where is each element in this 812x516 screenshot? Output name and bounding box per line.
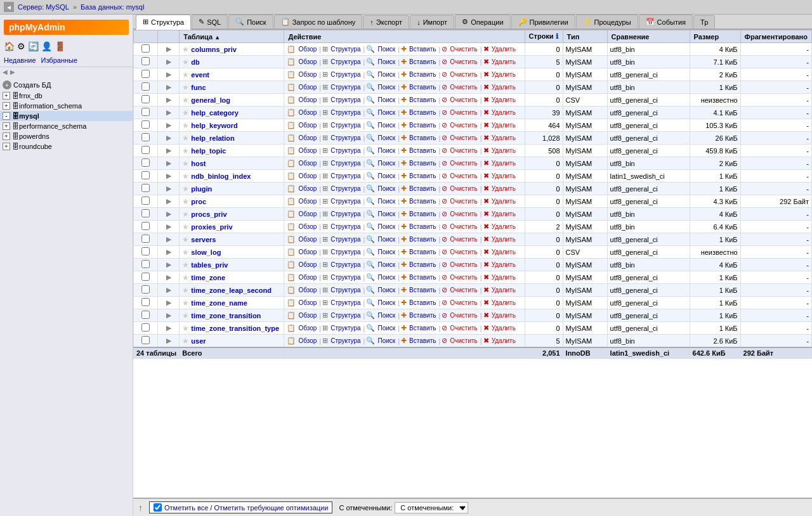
user-icon[interactable]: 👤 <box>41 41 52 51</box>
sidebar-item-performance_schema[interactable]: + 🗄 performance_schema <box>0 121 133 131</box>
expand-roundcube[interactable]: + <box>3 143 10 150</box>
structure-link-proc[interactable]: Структура <box>329 197 362 205</box>
drop-link-slow_log[interactable]: Удалить <box>490 248 517 256</box>
sidebar-item-roundcube[interactable]: + 🗄 roundcube <box>0 141 133 152</box>
table-name-link-time_zone_transition_type[interactable]: time_zone_transition_type <box>191 325 279 332</box>
browse-link-time_zone_name[interactable]: Обзор <box>297 299 318 307</box>
resize-right[interactable]: ▶ <box>10 68 15 75</box>
row-checkbox-time_zone_name[interactable] <box>141 298 150 306</box>
search-link-slow_log[interactable]: Поиск <box>376 248 396 256</box>
table-name-link-time_zone_name[interactable]: time_zone_name <box>191 299 247 307</box>
drop-link-time_zone[interactable]: Удалить <box>490 273 517 281</box>
browse-link-event[interactable]: Обзор <box>297 70 318 79</box>
fav-star-time_zone_transition_type[interactable]: ★ <box>182 324 189 333</box>
structure-link-general_log[interactable]: Структура <box>329 96 362 104</box>
insert-link-general_log[interactable]: Вставить <box>408 96 437 104</box>
insert-link-time_zone_transition_type[interactable]: Вставить <box>408 324 437 332</box>
tab-import[interactable]: ↓ Импорт <box>410 15 454 29</box>
insert-link-user[interactable]: Вставить <box>408 337 437 345</box>
row-checkbox-user[interactable] <box>141 336 150 344</box>
search-link-help_category[interactable]: Поиск <box>376 108 396 117</box>
table-name-link-db[interactable]: db <box>191 58 199 66</box>
row-checkbox-proxies_priv[interactable] <box>141 222 150 230</box>
search-link-servers[interactable]: Поиск <box>376 235 396 243</box>
col-header-table[interactable]: Таблица ▲ <box>180 30 284 43</box>
nav-back[interactable]: ◄ <box>4 2 14 12</box>
recent-link[interactable]: Недавние <box>4 56 36 64</box>
sidebar-item-mysql[interactable]: - 🗄 mysql <box>0 111 133 121</box>
search-link-time_zone_leap_second[interactable]: Поиск <box>376 286 396 294</box>
insert-link-time_zone_leap_second[interactable]: Вставить <box>408 286 437 294</box>
table-name-link-plugin[interactable]: plugin <box>191 185 212 193</box>
search-link-tables_priv[interactable]: Поиск <box>376 261 396 269</box>
browse-link-time_zone_transition[interactable]: Обзор <box>297 311 318 319</box>
drop-link-time_zone_transition[interactable]: Удалить <box>490 311 517 319</box>
tab-triggers[interactable]: Тр <box>693 15 715 29</box>
structure-link-db[interactable]: Структура <box>329 58 362 66</box>
empty-link-time_zone_leap_second[interactable]: Очистить <box>449 286 479 294</box>
empty-link-time_zone_transition[interactable]: Очистить <box>449 311 479 319</box>
table-name-link-servers[interactable]: servers <box>191 236 216 243</box>
drop-link-time_zone_name[interactable]: Удалить <box>490 299 517 307</box>
check-all-checkbox[interactable] <box>154 503 162 512</box>
drop-link-servers[interactable]: Удалить <box>490 235 517 243</box>
empty-link-tables_priv[interactable]: Очистить <box>449 261 479 269</box>
row-checkbox-general_log[interactable] <box>141 95 150 103</box>
insert-link-host[interactable]: Вставить <box>408 159 437 167</box>
tab-operations[interactable]: ⚙ Операции <box>455 15 510 29</box>
expand-performance_schema[interactable]: + <box>3 122 10 130</box>
browse-link-time_zone[interactable]: Обзор <box>297 273 318 281</box>
expand-information_schema[interactable]: + <box>3 102 10 110</box>
insert-link-db[interactable]: Вставить <box>408 58 437 66</box>
sidebar-item-information_schema[interactable]: + 🗄 information_schema <box>0 101 133 111</box>
tab-procedures[interactable]: ⚡ Процедуры <box>576 15 638 29</box>
empty-link-proxies_priv[interactable]: Очистить <box>449 223 479 231</box>
insert-link-help_category[interactable]: Вставить <box>408 108 437 117</box>
table-name-link-event[interactable]: event <box>191 71 209 79</box>
fav-star-host[interactable]: ★ <box>182 159 189 168</box>
insert-link-time_zone_name[interactable]: Вставить <box>408 299 437 307</box>
row-checkbox-help_keyword[interactable] <box>141 120 150 129</box>
row-checkbox-help_relation[interactable] <box>141 133 150 141</box>
table-name-link-general_log[interactable]: general_log <box>191 96 230 104</box>
home-icon[interactable]: 🏠 <box>4 41 15 51</box>
search-link-host[interactable]: Поиск <box>376 159 396 167</box>
table-name-link-time_zone[interactable]: time_zone <box>191 274 225 281</box>
structure-link-time_zone_name[interactable]: Структура <box>329 299 362 307</box>
fav-star-servers[interactable]: ★ <box>182 235 189 244</box>
check-all-button[interactable]: Отметить все / Отметить требующие оптими… <box>149 501 332 513</box>
empty-link-columns_priv[interactable]: Очистить <box>449 45 479 53</box>
fav-star-slow_log[interactable]: ★ <box>182 248 189 257</box>
empty-link-general_log[interactable]: Очистить <box>449 96 479 104</box>
sidebar-item-powerdns[interactable]: + 🗄 powerdns <box>0 131 133 141</box>
tab-privileges[interactable]: 🔑 Привилегии <box>511 15 575 29</box>
sidebar-item-frnx_db[interactable]: + 🗄 frnx_db <box>0 91 133 101</box>
row-checkbox-servers[interactable] <box>141 235 150 243</box>
table-name-link-ndb_binlog_index[interactable]: ndb_binlog_index <box>191 172 251 180</box>
empty-link-help_keyword[interactable]: Очистить <box>449 121 479 129</box>
row-checkbox-plugin[interactable] <box>141 184 150 192</box>
row-checkbox-tables_priv[interactable] <box>141 260 150 268</box>
fav-star-time_zone_name[interactable]: ★ <box>182 299 189 307</box>
row-checkbox-slow_log[interactable] <box>141 247 150 255</box>
browse-link-db[interactable]: Обзор <box>297 58 318 66</box>
browse-link-procs_priv[interactable]: Обзор <box>297 210 318 218</box>
browse-link-general_log[interactable]: Обзор <box>297 96 318 104</box>
structure-link-servers[interactable]: Структура <box>329 235 362 243</box>
structure-link-func[interactable]: Структура <box>329 83 362 91</box>
search-link-general_log[interactable]: Поиск <box>376 96 396 104</box>
structure-link-tables_priv[interactable]: Структура <box>329 261 362 269</box>
fav-star-procs_priv[interactable]: ★ <box>182 210 189 219</box>
insert-link-plugin[interactable]: Вставить <box>408 184 437 193</box>
browse-link-servers[interactable]: Обзор <box>297 235 318 243</box>
insert-link-event[interactable]: Вставить <box>408 70 437 79</box>
search-link-proc[interactable]: Поиск <box>376 197 396 205</box>
search-link-help_relation[interactable]: Поиск <box>376 134 396 142</box>
empty-link-servers[interactable]: Очистить <box>449 235 479 243</box>
fav-star-proc[interactable]: ★ <box>182 197 189 206</box>
tab-structure[interactable]: ⊞ Структура <box>136 15 191 30</box>
structure-link-help_keyword[interactable]: Структура <box>329 121 362 129</box>
insert-link-time_zone_transition[interactable]: Вставить <box>408 311 437 319</box>
settings-icon[interactable]: ⚙ <box>17 41 25 51</box>
insert-link-proc[interactable]: Вставить <box>408 197 437 205</box>
